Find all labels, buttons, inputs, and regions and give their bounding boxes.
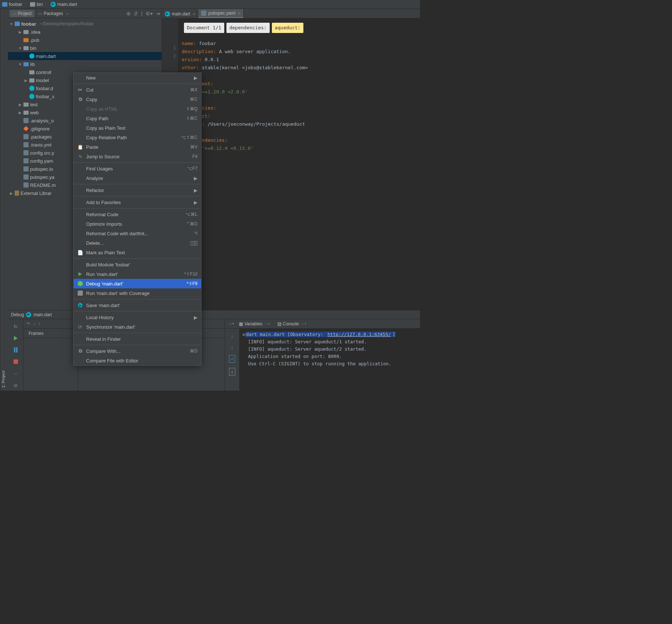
gear-icon[interactable]: ⚙▾ — [145, 11, 153, 16]
editor-tab-main[interactable]: main.dart× — [162, 10, 198, 18]
debug-title: Debug — [11, 312, 24, 317]
tab-variables[interactable]: ▦Variables→• — [237, 321, 272, 327]
crumb-sep: 〉 — [24, 1, 29, 8]
crumb-root[interactable]: foobar — [2, 1, 22, 7]
ctx-reveal[interactable]: Reveal in Finder — [74, 334, 201, 344]
pause-button[interactable] — [12, 346, 19, 354]
debug-header: Debug main.dart — [8, 310, 420, 319]
step-out-icon[interactable]: ↑ — [38, 321, 40, 326]
panel-tools: ⊕ ⇵ | ⚙▾ ⇥ — [126, 11, 160, 16]
ctx-copy-rel[interactable]: Copy Relative Path⌥⇧⌘C — [74, 133, 201, 142]
breadcrumb: foobar 〉 bin 〉 main.dart — [0, 0, 420, 9]
ctx-new[interactable]: New▶ — [74, 73, 201, 82]
ctx-optimize[interactable]: Optimize Imports⌃⌘O — [74, 219, 201, 229]
ctx-paste[interactable]: 📋Paste⌘V — [74, 142, 201, 152]
crumb-sep: 〉 — [44, 1, 49, 8]
crumb-file[interactable]: main.dart — [51, 1, 77, 7]
dart-icon — [51, 2, 56, 7]
yaml-icon — [201, 11, 206, 16]
rerun-button[interactable]: ↻ — [12, 323, 19, 330]
down-icon[interactable]: ↓ — [231, 344, 233, 350]
wrap-icon[interactable]: ⤶ — [229, 355, 235, 363]
ctx-copy-path[interactable]: Copy Path⇧⌘C — [74, 114, 201, 123]
console-pane: →• ▦Variables→• ▤Console→• ↑ ↓ ⤶ ⤓ ⊞dart… — [225, 319, 420, 391]
stop-button[interactable] — [12, 358, 19, 365]
ctx-copy-plain[interactable]: Copy as Plain Text — [74, 123, 201, 133]
breakpoints-button[interactable]: ◦◦ — [12, 370, 19, 377]
doc-chip[interactable]: Document 1/1 — [184, 23, 224, 33]
tool-window-tab-project[interactable]: 1: Project — [0, 9, 8, 391]
ctx-refactor[interactable]: Refactor▶ — [74, 185, 201, 195]
ctx-compare-editor[interactable]: Compare File with Editor — [74, 356, 201, 365]
debug-config: main.dart — [33, 312, 52, 317]
step-into-icon[interactable]: ↓ — [33, 321, 35, 326]
ctx-sync[interactable]: ⟳Synchronize 'main.dart' — [74, 322, 201, 332]
close-icon[interactable]: × — [238, 11, 240, 15]
crumb-bin[interactable]: bin — [30, 1, 43, 7]
ctx-jump[interactable]: ✎Jump to SourceF4 — [74, 152, 201, 161]
scroll-icon[interactable]: ⤓ — [229, 368, 235, 376]
tree-item-selected[interactable]: main.dart — [8, 52, 162, 60]
tree-root[interactable]: ▼foobar~/Desktop/templates/foobar — [8, 20, 162, 28]
console-output[interactable]: ⊞dart main.dart [Observatory: http://127… — [240, 329, 420, 391]
up-icon[interactable]: ↑ — [231, 334, 233, 339]
folder-icon — [30, 2, 35, 7]
divider: | — [141, 11, 143, 16]
ctx-save[interactable]: Save 'main.dart' — [74, 300, 201, 310]
ctx-local-history[interactable]: Local History▶ — [74, 313, 201, 322]
tree-item[interactable]: ▼lib — [8, 60, 162, 68]
editor-tab-pubspec[interactable]: pubspec.yaml× — [198, 9, 243, 18]
console-side-btns: ↑ ↓ ⤶ ⤓ — [225, 329, 240, 391]
info-banner: Document 1/1 dependencies: aqueduct: — [184, 23, 420, 33]
debug-panel: Debug main.dart ↻ ◦◦ ⊘ ↷ ↓ ↑ Frames — [8, 310, 420, 391]
resume-button[interactable] — [12, 335, 19, 342]
project-panel-tabs: ▭Project ▭Packages ▸ ⊕ ⇵ | ⚙▾ ⇥ — [8, 9, 162, 18]
ctx-coverage[interactable]: Run 'main.dart' with Coverage — [74, 288, 201, 298]
close-icon[interactable]: × — [193, 12, 195, 16]
target-icon[interactable]: ⊕ — [126, 11, 131, 16]
step-over-icon[interactable]: ↷ — [26, 321, 30, 326]
ctx-cut[interactable]: ✂Cut⌘X — [74, 85, 201, 95]
ctx-delete[interactable]: Delete...⌫ — [74, 238, 201, 248]
tree-item[interactable]: ▶.idea — [8, 28, 162, 36]
ctx-build[interactable]: Build Module 'foobar' — [74, 260, 201, 269]
collapse-icon[interactable]: ⇵ — [134, 11, 138, 16]
ctx-run[interactable]: Run 'main.dart'^⇧F10 — [74, 269, 201, 279]
ctx-compare[interactable]: ⧉Compare With...⌘D — [74, 346, 201, 356]
folder-icon — [2, 2, 7, 7]
dart-icon — [165, 11, 170, 16]
ctx-reformat[interactable]: Reformat Code⌥⌘L — [74, 210, 201, 219]
ctx-analyze[interactable]: Analyze▶ — [74, 173, 201, 183]
ctx-dartfmt[interactable]: Reformat Code with dartfmt...^I — [74, 229, 201, 238]
aq-chip[interactable]: aqueduct: — [272, 23, 303, 33]
tab-frames[interactable]: Frames — [26, 330, 46, 337]
ctx-find[interactable]: Find Usages⌥F7 — [74, 164, 201, 173]
context-menu: New▶ ✂Cut⌘X ⧉Copy⌘C Copy as HTML⇧⌘Q Copy… — [73, 73, 202, 366]
ctx-copy[interactable]: ⧉Copy⌘C — [74, 95, 201, 104]
hide-icon[interactable]: ⇥ — [156, 11, 160, 16]
editor-tabs: main.dart× pubspec.yaml× — [162, 9, 420, 18]
ctx-debug[interactable]: Debug 'main.dart'^⇧F9 — [74, 279, 201, 288]
tree-item[interactable]: .pub — [8, 36, 162, 44]
tab-project[interactable]: ▭Project — [10, 10, 34, 17]
ctx-copy-html: Copy as HTML⇧⌘Q — [74, 104, 201, 114]
tab-packages[interactable]: ▭Packages — [35, 10, 66, 17]
dart-icon — [26, 312, 31, 317]
ctx-plain[interactable]: 📄Mark as Plain Text — [74, 248, 201, 257]
tree-item[interactable]: ▼bin — [8, 44, 162, 52]
debug-toolbar: ↻ ◦◦ ⊘ — [8, 319, 23, 391]
ctx-favorites[interactable]: Add to Favorites▶ — [74, 197, 201, 207]
dep-chip[interactable]: dependencies: — [226, 23, 270, 33]
mute-button[interactable]: ⊘ — [12, 381, 19, 389]
tab-console[interactable]: ▤Console→• — [275, 321, 309, 327]
frames-pane: ↷ ↓ ↑ Frames — [23, 319, 78, 391]
